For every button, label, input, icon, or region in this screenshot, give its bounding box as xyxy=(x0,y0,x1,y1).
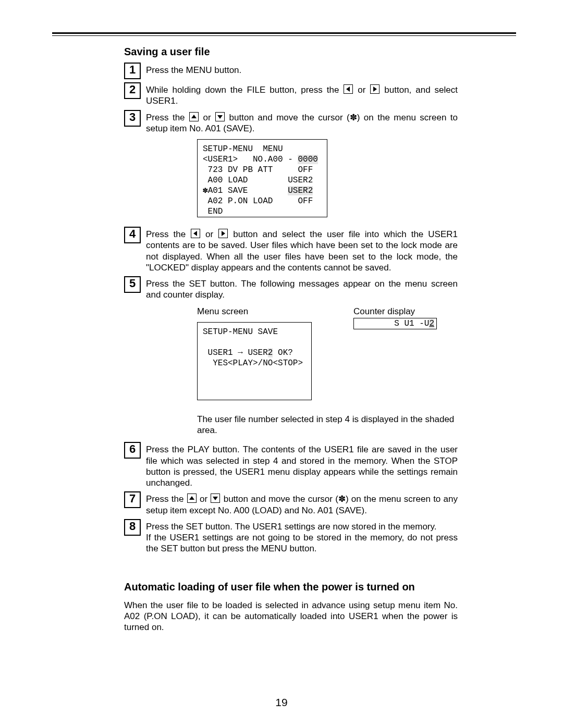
page-number: 19 xyxy=(0,696,563,709)
step-text: Press the PLAY button. The contents of t… xyxy=(146,445,458,488)
svg-marker-3 xyxy=(217,115,223,119)
auto-load-section: Automatic loading of user file when the … xyxy=(124,581,458,633)
step-body: Press the or button and move the cursor … xyxy=(146,493,458,516)
step-number-box: 4 xyxy=(124,227,141,243)
menu-screen-label: Menu screen xyxy=(197,306,312,317)
step-number-box: 6 xyxy=(124,442,141,459)
down-arrow-button-icon xyxy=(211,493,220,503)
menu-line: 723 DV PB ATT OFF xyxy=(203,165,313,175)
menu-line: OK? xyxy=(273,348,292,357)
svg-marker-6 xyxy=(189,496,194,500)
menu-line: SETUP-MENU SAVE xyxy=(203,327,278,337)
svg-marker-2 xyxy=(191,115,197,118)
right-arrow-button-icon xyxy=(370,84,380,94)
step-text: Press the xyxy=(146,494,187,504)
step-row: 5 Press the SET button. The following me… xyxy=(124,278,458,301)
step-row: 6 Press the PLAY button. The contents of… xyxy=(124,444,458,488)
step-body: Press the MENU button. xyxy=(146,65,458,76)
step-text: If the USER1 settings are not going to b… xyxy=(146,533,458,553)
menu-screen-column: Menu screen SETUP-MENU SAVE USER1 → USER… xyxy=(197,306,312,412)
menu-line: END xyxy=(203,207,223,216)
content-column: Saving a user file 1 Press the MENU butt… xyxy=(124,45,458,633)
svg-marker-7 xyxy=(213,497,218,500)
counter-text: S U1 -U xyxy=(394,319,429,328)
step-body: Press the SET button. The USER1 settings… xyxy=(146,521,458,554)
svg-marker-1 xyxy=(373,87,377,92)
cursor-glyph: ✽ xyxy=(338,494,346,504)
step-body: While holding down the FILE button, pres… xyxy=(146,84,458,107)
counter-display-label: Counter display xyxy=(353,306,437,317)
menu-line: <USER1> NO.A00 - xyxy=(203,155,298,164)
menu-line: SETUP-MENU MENU xyxy=(203,144,283,154)
counter-display-column: Counter display S U1 -U2 xyxy=(353,306,437,329)
menu-line: YES<PLAY>/NO<STOP> xyxy=(203,359,303,368)
step-number-box: 1 xyxy=(124,63,141,79)
page: Saving a user file 1 Press the MENU butt… xyxy=(0,0,563,728)
svg-marker-5 xyxy=(222,231,225,236)
up-arrow-button-icon xyxy=(187,493,197,503)
step-number-box: 3 xyxy=(124,110,141,127)
step-row: 8 Press the SET button. The USER1 settin… xyxy=(124,521,458,554)
step-row: 3 Press the or button and move the curso… xyxy=(124,112,458,134)
counter-display: S U1 -U2 xyxy=(353,318,437,329)
step-number-box: 7 xyxy=(124,491,141,508)
header-rule xyxy=(52,32,516,36)
menu-line: A02 P.ON LOAD OFF xyxy=(203,196,313,206)
svg-marker-4 xyxy=(193,231,197,236)
counter-value-shaded: 2 xyxy=(429,319,434,328)
step-body: Press the or button and select the user … xyxy=(146,229,458,273)
step5-caption: The user file number selected in step 4 … xyxy=(197,414,458,436)
step-body: Press the SET button. The following mess… xyxy=(146,278,458,301)
cursor-glyph: ✽ xyxy=(350,113,357,122)
step-text: or xyxy=(201,229,218,239)
screens-row: Menu screen SETUP-MENU SAVE USER1 → USER… xyxy=(197,306,458,412)
step-text: Press the SET button. The USER1 settings… xyxy=(146,522,437,532)
step-text: or xyxy=(199,113,215,122)
menu-screen-display: SETUP-MENU MENU <USER1> NO.A00 - 0000 72… xyxy=(197,139,327,217)
step-text: or xyxy=(353,85,370,95)
step-body: Press the PLAY button. The contents of t… xyxy=(146,444,458,488)
step-row: 1 Press the MENU button. xyxy=(124,65,458,79)
menu-value-shaded: USER2 xyxy=(288,186,313,195)
menu-screen-display: SETUP-MENU SAVE USER1 → USER2 OK? YES<PL… xyxy=(197,322,312,400)
step-text: button and move the cursor ( xyxy=(221,494,338,504)
menu-line: A00 LOAD USER2 xyxy=(203,176,313,185)
section-title-auto-load: Automatic loading of user file when the … xyxy=(124,581,458,594)
step-number-box: 5 xyxy=(124,276,141,293)
menu-line: USER1 → USER xyxy=(203,348,268,357)
step-text: or xyxy=(197,494,211,504)
step-body: Press the or button and move the cursor … xyxy=(146,112,458,134)
svg-marker-0 xyxy=(346,87,350,92)
step-row: 2 While holding down the FILE button, pr… xyxy=(124,84,458,107)
menu-line: ✽A01 SAVE xyxy=(203,186,288,195)
section-body: When the user file to be loaded is selec… xyxy=(124,600,458,633)
down-arrow-button-icon xyxy=(215,112,225,121)
step-text: Press the MENU button. xyxy=(146,65,241,75)
step-text: Press the xyxy=(146,113,189,122)
step-text: Press the xyxy=(146,229,190,239)
left-arrow-button-icon xyxy=(344,84,353,94)
step-row: 4 Press the or button and select the use… xyxy=(124,229,458,273)
right-arrow-button-icon xyxy=(218,229,228,238)
step-text: While holding down the FILE button, pres… xyxy=(146,85,343,95)
menu-value-shaded: 0000 xyxy=(298,155,317,164)
left-arrow-button-icon xyxy=(191,229,200,238)
up-arrow-button-icon xyxy=(189,112,199,121)
menu-value-shaded: 2 xyxy=(268,348,273,357)
section-title-saving: Saving a user file xyxy=(124,45,458,58)
step-row: 7 Press the or button and move the curso… xyxy=(124,493,458,516)
step-number-box: 2 xyxy=(124,82,141,99)
step-text: Press the SET button. The following mess… xyxy=(146,279,458,300)
step-number-box: 8 xyxy=(124,519,141,536)
step-text: button and move the cursor ( xyxy=(225,113,350,122)
